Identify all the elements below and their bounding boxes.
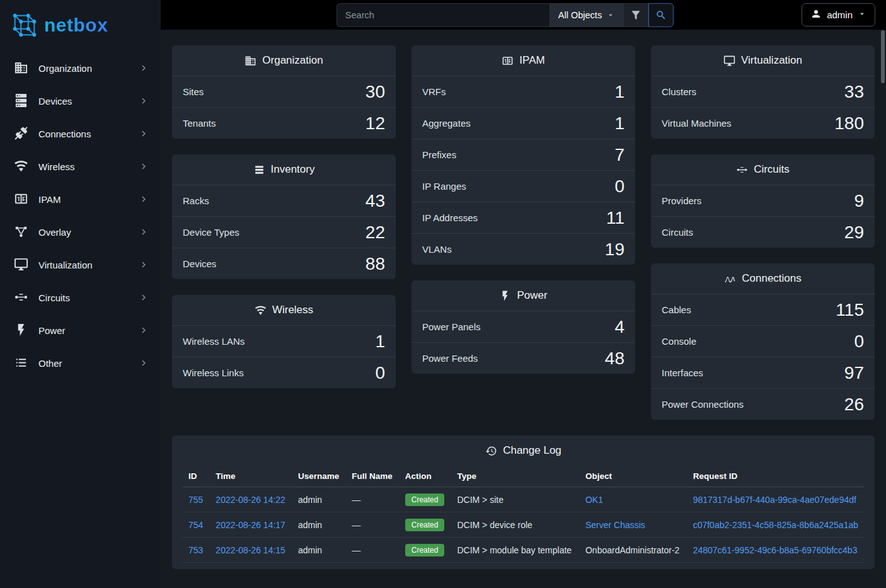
changelog-object-link[interactable]: OK1 — [585, 495, 603, 505]
table-row: 7552022-08-26 14:22admin—CreatedDCIM > s… — [182, 487, 865, 512]
stat-label: Racks — [183, 195, 209, 206]
stat-value[interactable]: 43 — [365, 191, 385, 211]
sidebar-item-label: Connections — [38, 129, 138, 139]
netbox-logo-icon — [10, 11, 39, 40]
stat-value[interactable]: 33 — [844, 82, 864, 102]
sidebar-item-connections[interactable]: Connections — [0, 117, 161, 150]
card-title: Virtualization — [651, 45, 875, 76]
stat-label: Tenants — [183, 118, 216, 129]
sidebar-item-circuits[interactable]: Circuits — [0, 281, 161, 314]
changelog-username-cell: admin — [292, 487, 345, 512]
history-icon — [485, 445, 497, 457]
changelog-action-badge-cell: Created — [399, 538, 451, 563]
stat-value[interactable]: 9 — [854, 191, 864, 211]
changelog-id-link[interactable]: 754 — [188, 520, 203, 530]
stat-value[interactable]: 11 — [606, 208, 624, 228]
stat-label: Power Panels — [422, 321, 481, 332]
stat-value[interactable]: 19 — [605, 239, 624, 260]
stat-label: IP Addresses — [422, 212, 478, 223]
sidebar-item-overlay[interactable]: Overlay — [0, 216, 161, 248]
stat-label: Prefixes — [422, 149, 456, 160]
stat-label: Circuits — [662, 227, 693, 238]
stat-value[interactable]: 12 — [365, 113, 385, 134]
changelog-time-link[interactable]: 2022-08-26 14:22 — [216, 495, 285, 505]
stat-value[interactable]: 180 — [834, 113, 864, 134]
stat-row-interfaces: Interfaces97 — [651, 357, 875, 388]
stat-value[interactable]: 30 — [365, 82, 385, 102]
search-submit-button[interactable] — [648, 3, 674, 27]
changelog-fullname-cell: — — [345, 538, 399, 563]
changelog-request-id-link[interactable]: 24807c61-9952-49c6-b8a5-69760bfcc4b3 — [693, 545, 858, 555]
stat-value[interactable]: 97 — [844, 363, 864, 383]
changelog-object-link[interactable]: Server Chassis — [585, 520, 645, 530]
stat-value[interactable]: 0 — [614, 176, 624, 197]
changelog-id-link[interactable]: 753 — [188, 545, 203, 555]
sidebar-item-ipam[interactable]: IPAM — [0, 183, 161, 216]
stat-row-wireless-links: Wireless Links0 — [172, 357, 396, 388]
chevron-right-icon — [138, 325, 149, 336]
sidebar-item-other[interactable]: Other — [0, 347, 161, 379]
stat-value[interactable]: 29 — [844, 222, 864, 243]
stat-value[interactable]: 0 — [854, 331, 864, 352]
stat-row-vrfs: VRFs1 — [411, 76, 635, 107]
card-connections: ConnectionsCables115Console0Interfaces97… — [651, 263, 875, 420]
stat-value[interactable]: 48 — [605, 349, 624, 369]
devices-icon — [14, 93, 29, 108]
stat-label: Wireless LANs — [183, 336, 245, 347]
changelog-id-link[interactable]: 755 — [188, 495, 203, 505]
card-circuits: CircuitsProviders9Circuits29 — [651, 154, 875, 248]
sidebar-item-wireless[interactable]: Wireless — [0, 150, 161, 183]
sidebar-item-power[interactable]: Power — [0, 314, 161, 347]
search-input[interactable] — [337, 3, 549, 27]
column-header-full-name: Full Name — [345, 466, 399, 487]
changelog-body: 7552022-08-26 14:22admin—CreatedDCIM > s… — [182, 487, 865, 563]
sidebar-item-devices[interactable]: Devices — [0, 84, 161, 117]
card-title-text: Virtualization — [741, 54, 802, 67]
filter-button[interactable] — [623, 3, 648, 27]
scrollbar[interactable] — [881, 30, 885, 83]
changelog-time-link[interactable]: 2022-08-26 14:15 — [216, 545, 285, 555]
stat-value[interactable]: 1 — [614, 113, 624, 134]
changelog-time-cell: 2022-08-26 14:15 — [209, 538, 292, 563]
changelog-action-badge-cell: Created — [399, 487, 451, 512]
changelog-action-badge-cell: Created — [399, 512, 451, 538]
card-title: Power — [411, 280, 635, 311]
changelog-request-id-link[interactable]: c07f0ab2-2351-4c58-825a-8b6a2425a1ab — [693, 520, 858, 530]
sidebar-item-virtualization[interactable]: Virtualization — [0, 248, 161, 281]
stat-value[interactable]: 115 — [836, 300, 864, 320]
netbox-wordmark: netbox — [44, 14, 108, 36]
changelog-id-cell: 753 — [182, 538, 209, 563]
stat-value[interactable]: 1 — [375, 331, 385, 352]
card-title-text: Inventory — [271, 163, 315, 176]
changelog-time-link[interactable]: 2022-08-26 14:17 — [216, 520, 285, 530]
stats-column: IPAMVRFs1Aggregates1Prefixes7IP Ranges0I… — [411, 45, 635, 374]
sidebar-item-organization[interactable]: Organization — [0, 52, 161, 84]
sidebar-item-label: Overlay — [38, 227, 138, 238]
chevron-right-icon — [138, 226, 149, 238]
stat-value[interactable]: 26 — [844, 395, 864, 415]
stat-row-power-panels: Power Panels4 — [411, 311, 635, 342]
stat-value[interactable]: 4 — [614, 317, 624, 337]
changelog-card: Change Log IDTimeUsernameFull NameAction… — [172, 435, 875, 569]
stat-value[interactable]: 1 — [614, 82, 624, 102]
search-group: All Objects — [337, 3, 674, 27]
changelog-type-cell: DCIM > module bay template — [451, 538, 579, 563]
user-menu-button[interactable]: admin — [802, 3, 875, 26]
chevron-right-icon — [138, 128, 149, 139]
power-icon — [14, 323, 29, 338]
stat-value[interactable]: 0 — [375, 363, 385, 383]
caret-down-icon — [606, 11, 615, 20]
stat-value[interactable]: 22 — [365, 222, 385, 243]
stat-label: VLANs — [422, 244, 452, 255]
search-icon — [655, 9, 667, 21]
status-badge: Created — [405, 544, 445, 556]
changelog-table-wrap: IDTimeUsernameFull NameActionTypeObjectR… — [172, 466, 875, 569]
object-type-dropdown[interactable]: All Objects — [549, 3, 623, 27]
stat-value[interactable]: 7 — [614, 145, 624, 165]
netbox-logo[interactable]: netbox — [0, 0, 161, 50]
changelog-request-id-link[interactable]: 9817317d-b67f-440a-99ca-4ae07ede94df — [693, 495, 856, 505]
card-title-text: Power — [517, 289, 547, 302]
sidebar-nav: OrganizationDevicesConnectionsWirelessIP… — [0, 52, 161, 379]
stat-label: Aggregates — [422, 118, 471, 129]
stat-value[interactable]: 88 — [365, 254, 385, 274]
